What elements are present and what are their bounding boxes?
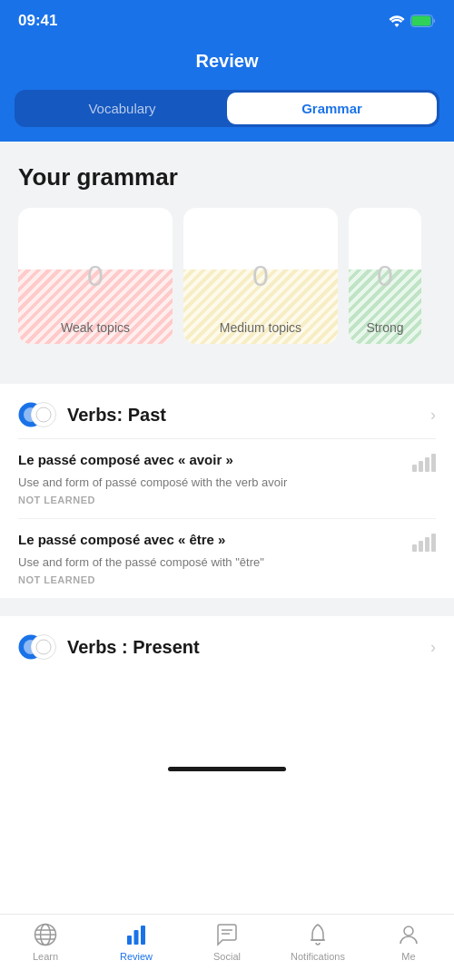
nav-review[interactable]: Review xyxy=(109,922,163,962)
lesson-etre-name: Le passé composé avec « être » xyxy=(18,532,405,547)
verbs-present-header[interactable]: Verbs : Present › xyxy=(18,616,436,671)
tabs-container: Vocabulary Grammar xyxy=(0,90,454,142)
nav-social-label: Social xyxy=(213,951,241,962)
header: Review xyxy=(0,40,454,90)
bar-1 xyxy=(412,465,417,472)
weak-topics-card: 0 Weak topics xyxy=(18,208,173,344)
partial-header-left: Verbs : Present xyxy=(18,634,200,660)
battery-icon xyxy=(410,15,436,27)
nav-social[interactable]: Social xyxy=(200,922,254,962)
nav-review-label: Review xyxy=(120,951,153,962)
lesson-avoir-top: Le passé composé avec « avoir » xyxy=(18,452,436,472)
lesson-etre-desc: Use and form of the passé composé with "… xyxy=(18,554,436,571)
bar-chart-icon xyxy=(123,922,149,947)
divider-1 xyxy=(0,366,454,384)
nav-me-label: Me xyxy=(401,951,415,962)
strong-topics-count: 0 xyxy=(377,260,393,293)
lesson-avoir-status: NOT LEARNED xyxy=(18,495,436,505)
bar-1 xyxy=(412,544,417,552)
status-time: 09:41 xyxy=(18,12,57,30)
lesson-item-avoir[interactable]: Le passé composé avec « avoir » Use and … xyxy=(18,439,436,519)
medium-topics-card: 0 Medium topics xyxy=(183,208,338,344)
verbs-present-title: Verbs : Present xyxy=(67,637,200,658)
bottom-spacer xyxy=(0,671,454,761)
svg-rect-15 xyxy=(127,936,132,945)
nav-learn[interactable]: Learn xyxy=(18,922,73,962)
lesson-etre-status: NOT LEARNED xyxy=(18,574,436,585)
weak-topics-count: 0 xyxy=(87,260,104,293)
bar-3 xyxy=(425,537,429,552)
lesson-avoir-bars xyxy=(412,454,436,472)
nav-learn-label: Learn xyxy=(33,951,58,962)
main-content: Your grammar 0 Weak topics 0 Medium topi… xyxy=(0,142,454,366)
tabs: Vocabulary Grammar xyxy=(15,90,439,127)
person-icon xyxy=(396,922,421,947)
svg-rect-17 xyxy=(141,926,145,945)
chat-icon xyxy=(214,922,240,947)
medium-topics-label: Medium topics xyxy=(220,320,301,335)
svg-rect-16 xyxy=(134,930,139,945)
strong-topics-label: Strong xyxy=(366,320,403,335)
verbs-past-title: Verbs: Past xyxy=(67,405,166,426)
strong-topics-card: 0 Strong xyxy=(349,208,421,344)
bar-2 xyxy=(419,461,423,472)
lesson-item-etre[interactable]: Le passé composé avec « être » Use and f… xyxy=(18,519,436,598)
lesson-etre-bars xyxy=(412,534,436,552)
bar-2 xyxy=(419,541,423,552)
lesson-avoir-desc: Use and form of passé composé with the v… xyxy=(18,475,436,491)
verbs-past-icon xyxy=(18,402,56,427)
medium-topics-count: 0 xyxy=(252,260,269,293)
bar-3 xyxy=(425,457,429,472)
weak-topics-label: Weak topics xyxy=(61,320,130,335)
status-icons xyxy=(389,15,436,27)
verbs-present-section: Verbs : Present › xyxy=(0,616,454,671)
bell-icon xyxy=(305,922,331,947)
nav-notifications[interactable]: Notifications xyxy=(291,922,345,962)
tab-vocabulary[interactable]: Vocabulary xyxy=(17,93,227,124)
verbs-past-chevron: › xyxy=(430,406,436,425)
grammar-section-title: Your grammar xyxy=(18,163,436,191)
divider-2 xyxy=(0,598,454,616)
nav-me[interactable]: Me xyxy=(381,922,436,962)
lesson-etre-top: Le passé composé avec « être » xyxy=(18,532,436,552)
verbs-present-icon xyxy=(18,634,56,660)
wifi-icon xyxy=(389,15,405,27)
verbs-past-header[interactable]: Verbs: Past › xyxy=(18,384,436,439)
verbs-present-chevron: › xyxy=(430,638,436,657)
home-indicator xyxy=(168,767,286,771)
svg-point-21 xyxy=(404,926,413,936)
grammar-cards-row: 0 Weak topics 0 Medium topics 0 Strong xyxy=(18,208,436,344)
svg-rect-1 xyxy=(412,16,431,26)
bar-4 xyxy=(431,534,436,552)
bar-4 xyxy=(431,454,436,472)
verbs-past-section: Verbs: Past › Le passé composé avec « av… xyxy=(0,384,454,598)
lesson-avoir-name: Le passé composé avec « avoir » xyxy=(18,452,405,467)
bottom-nav: Learn Review Social xyxy=(0,914,454,980)
header-title: Review xyxy=(196,51,259,71)
topic-header-left: Verbs: Past xyxy=(18,402,166,427)
nav-notifications-label: Notifications xyxy=(291,951,345,962)
tab-grammar[interactable]: Grammar xyxy=(227,93,437,124)
status-bar: 09:41 xyxy=(0,0,454,40)
globe-icon xyxy=(33,922,58,947)
